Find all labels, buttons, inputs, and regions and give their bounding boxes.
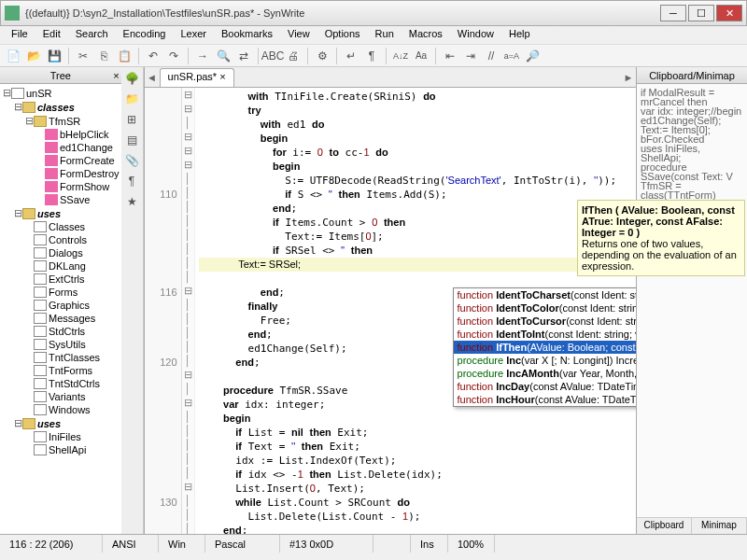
indent-left-icon[interactable]: ⇤: [441, 47, 459, 65]
autocomplete-item[interactable]: function IdentToCharset(const Ident: str…: [454, 288, 636, 301]
autocomplete-item[interactable]: function IdentToColor(const Ident: strin…: [454, 301, 636, 315]
tree-node[interactable]: Forms: [2, 286, 120, 299]
clips-icon[interactable]: 📎: [122, 151, 141, 170]
goto-icon[interactable]: →: [193, 47, 212, 65]
clipboard-tab[interactable]: Clipboard: [637, 518, 692, 534]
autocomplete-item[interactable]: procedure IncAMonth(var Year, Month, Day…: [454, 367, 636, 380]
menu-view[interactable]: View: [280, 26, 317, 44]
options-icon[interactable]: ⚙: [313, 47, 331, 65]
status-lineends[interactable]: Win: [159, 535, 205, 553]
tree-node[interactable]: Windows: [2, 403, 120, 416]
tree-node[interactable]: FormCreate: [2, 154, 120, 167]
minimap-tab[interactable]: Minimap: [692, 518, 747, 534]
menu-options[interactable]: Options: [317, 26, 368, 44]
clipboard-list[interactable]: if ModalResult = mrCancel thenvar idx: i…: [637, 84, 747, 517]
tree-node[interactable]: IniFiles: [2, 430, 120, 443]
find-icon[interactable]: 🔍: [214, 47, 233, 65]
tree-node[interactable]: Variants: [2, 390, 120, 403]
tree-node[interactable]: ⊟uses: [2, 206, 120, 220]
replace-icon[interactable]: ⇄: [234, 47, 253, 65]
undo-icon[interactable]: ↶: [144, 47, 162, 65]
clipboard-item[interactable]: uses IniFiles, ShellApi;: [641, 144, 743, 162]
tabs-icon[interactable]: ⊞: [122, 110, 141, 129]
redo-icon[interactable]: ↷: [164, 47, 183, 65]
tree-node[interactable]: ed1Change: [2, 141, 120, 154]
line-gutter[interactable]: 110 116 120 130: [145, 88, 182, 534]
fold-gutter[interactable]: ⊟⊟│⊟⊟⊟││││││││⊟│││││⊟│⊟│││││⊟│││⊟⊟│⊟││││…: [182, 88, 195, 534]
indent-right-icon[interactable]: ⇥: [461, 47, 480, 65]
whitespace-icon[interactable]: ¶: [362, 47, 381, 65]
menu-macros[interactable]: Macros: [402, 26, 450, 44]
clipboard-item[interactable]: procedure SSave(const Text: V: [641, 162, 743, 181]
tree-node[interactable]: Messages: [2, 312, 120, 325]
tree-node[interactable]: ⊟unSR: [2, 86, 120, 100]
status-encoding[interactable]: ANSI: [103, 535, 159, 553]
tree-close-icon[interactable]: ×: [113, 70, 119, 81]
menu-edit[interactable]: Edit: [35, 26, 68, 44]
favs-icon[interactable]: ★: [122, 192, 141, 211]
paste-icon[interactable]: 📋: [115, 47, 134, 65]
status-position[interactable]: 116 : 22 (206): [0, 535, 103, 553]
autocomplete-item[interactable]: procedure Inc(var X [; N: Longint]) Incr…: [454, 354, 636, 367]
tree-node[interactable]: ⊟TfmSR: [2, 114, 120, 128]
autocomplete-popup[interactable]: function IdentToCharset(const Ident: str…: [453, 287, 636, 407]
tab-nav-left[interactable]: ◄: [145, 67, 160, 88]
comment-icon[interactable]: //: [482, 47, 500, 65]
menu-lexer[interactable]: Lexer: [173, 26, 214, 44]
menu-help[interactable]: Help: [501, 26, 538, 44]
search-panel-icon[interactable]: 🔎: [523, 47, 542, 65]
tree-node[interactable]: ⊟classes: [2, 100, 120, 114]
open-icon[interactable]: 📂: [24, 47, 43, 65]
tree-node[interactable]: DKLang: [2, 259, 120, 273]
minimize-button[interactable]: ─: [660, 5, 686, 21]
tree-node[interactable]: Classes: [2, 220, 120, 233]
tree-node[interactable]: SysUtils: [2, 338, 120, 351]
menu-bookmarks[interactable]: Bookmarks: [214, 26, 280, 44]
menu-window[interactable]: Window: [450, 26, 501, 44]
tree-node[interactable]: ExtCtrls: [2, 273, 120, 286]
new-icon[interactable]: 📄: [4, 47, 22, 65]
spellcheck-icon[interactable]: ABC: [263, 47, 282, 65]
tree-node[interactable]: FormDestroy: [2, 167, 120, 180]
status-insmode[interactable]: Ins: [411, 535, 448, 553]
save-icon[interactable]: 💾: [45, 47, 63, 65]
clipboard-item[interactable]: TfmSR = class(TTntForm): [641, 181, 743, 200]
tree-node[interactable]: Controls: [2, 233, 120, 246]
font-case-icon[interactable]: a=A: [502, 47, 521, 65]
tree-node[interactable]: bHelpClick: [2, 128, 120, 141]
para-icon[interactable]: ¶: [122, 172, 141, 190]
cut-icon[interactable]: ✂: [74, 47, 92, 65]
print-icon[interactable]: 🖨: [284, 47, 303, 65]
tree-node[interactable]: TntStdCtrls: [2, 377, 120, 390]
sort-az-icon[interactable]: A↓Z: [391, 47, 410, 65]
clipboard-item[interactable]: if ModalResult = mrCancel then: [641, 88, 743, 106]
file-tab[interactable]: unSR.pas* ×: [160, 68, 234, 87]
tree-node[interactable]: ⊟uses: [2, 416, 120, 430]
tab-close-icon[interactable]: ×: [219, 71, 225, 82]
tree-node[interactable]: Graphics: [2, 299, 120, 312]
tree-node[interactable]: Dialogs: [2, 246, 120, 259]
tree-node[interactable]: SSave: [2, 193, 120, 206]
maximize-button[interactable]: ☐: [688, 5, 714, 21]
autocomplete-item[interactable]: function IncHour(const AValue: TDateTime…: [454, 393, 636, 406]
tree-node[interactable]: TntForms: [2, 364, 120, 377]
case-icon[interactable]: Aa: [412, 47, 430, 65]
code-editor[interactable]: 110 116 120 130 ⊟⊟│⊟⊟⊟││││││││⊟│││││⊟│⊟│…: [145, 88, 636, 534]
tree-icon[interactable]: 🌳: [122, 69, 141, 88]
tree-node[interactable]: ShellApi: [2, 443, 120, 456]
wordwrap-icon[interactable]: ↵: [342, 47, 360, 65]
menu-search[interactable]: Search: [68, 26, 116, 44]
autocomplete-item[interactable]: function IdentToInt(const Ident: string;…: [454, 328, 636, 341]
copy-icon[interactable]: ⎘: [94, 47, 113, 65]
close-button[interactable]: ✕: [716, 5, 742, 21]
autocomplete-item[interactable]: function IncDay(const AValue: TDateTime;…: [454, 380, 636, 393]
project-icon[interactable]: 📁: [122, 90, 141, 108]
menu-file[interactable]: File: [4, 26, 35, 44]
output-icon[interactable]: ▤: [122, 131, 141, 149]
tree-node[interactable]: FormShow: [2, 180, 120, 193]
tree-node[interactable]: TntClasses: [2, 351, 120, 364]
autocomplete-item[interactable]: function IfThen(AValue: Boolean; const A…: [454, 341, 636, 354]
status-zoom[interactable]: 100%: [448, 535, 495, 553]
menu-run[interactable]: Run: [368, 26, 402, 44]
code-tree[interactable]: ⊟unSR⊟classes⊟TfmSRbHelpClicked1ChangeFo…: [0, 84, 121, 534]
